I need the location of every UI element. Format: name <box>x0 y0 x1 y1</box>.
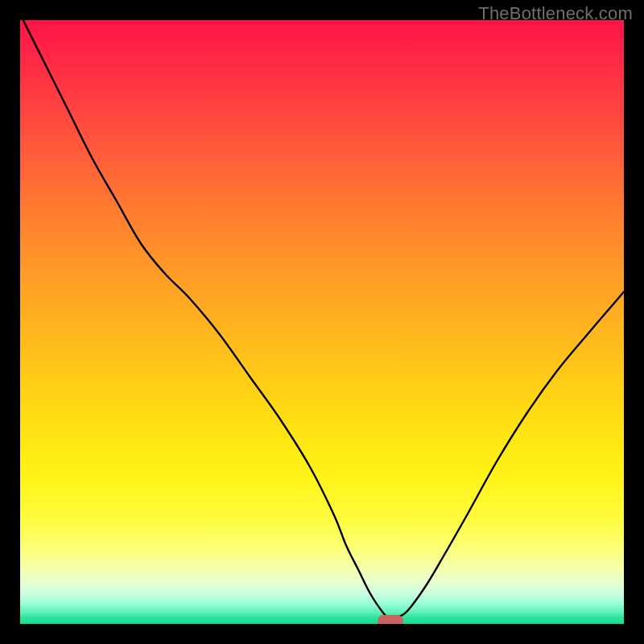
bottleneck-curve <box>20 20 624 624</box>
plot-area <box>20 20 624 624</box>
chart-frame: TheBottleneck.com <box>0 0 644 644</box>
optimal-marker <box>378 615 403 624</box>
